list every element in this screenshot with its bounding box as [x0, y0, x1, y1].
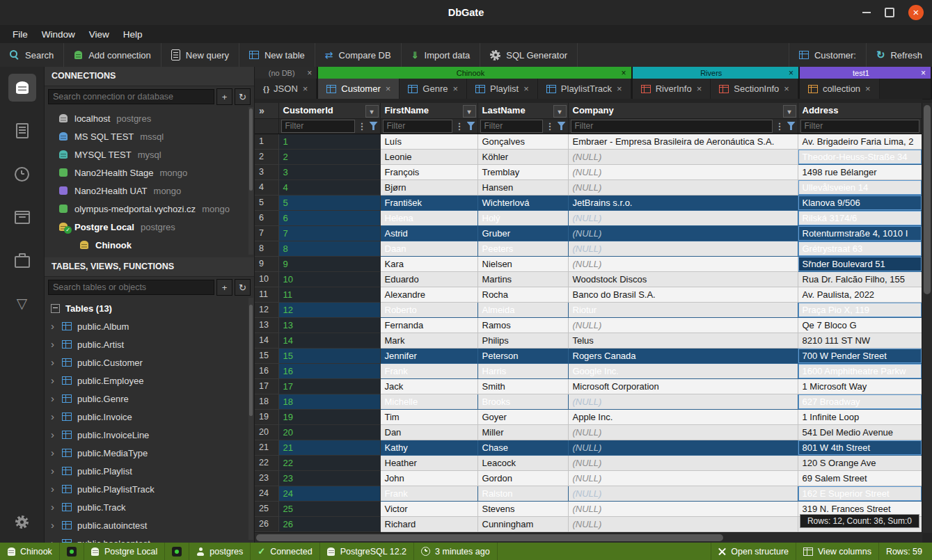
- firstname-cell[interactable]: Leonie: [380, 149, 477, 164]
- column-dropdown-icon[interactable]: [783, 105, 796, 118]
- chevron-right-icon[interactable]: [51, 502, 56, 513]
- firstname-cell[interactable]: Mark: [380, 333, 477, 348]
- address-cell[interactable]: Grétrystraat 63: [798, 241, 922, 256]
- table-item[interactable]: public.autoinctest: [45, 516, 254, 534]
- sidebar-icon-filters[interactable]: [8, 289, 36, 317]
- filter-menu-icon[interactable]: [455, 121, 464, 131]
- toolbar-current-table-label[interactable]: Customer:: [789, 43, 866, 67]
- column-header-lastname[interactable]: LastName: [477, 103, 568, 118]
- customerid-cell[interactable]: 1: [278, 134, 380, 149]
- company-cell[interactable]: Google Inc.: [568, 363, 798, 378]
- firstname-cell[interactable]: Fernanda: [380, 317, 477, 333]
- tab-close-icon[interactable]: [523, 83, 529, 94]
- company-cell[interactable]: JetBrains s.r.o.: [568, 195, 798, 210]
- group-close-icon[interactable]: [622, 68, 626, 78]
- firstname-cell[interactable]: Astrid: [380, 225, 477, 241]
- grid-horizontal-scrollbar[interactable]: [255, 532, 922, 543]
- firstname-cell[interactable]: Kara: [380, 256, 477, 271]
- menu-item-file[interactable]: File: [6, 27, 35, 42]
- address-cell[interactable]: 1 Microsoft Way: [798, 378, 922, 394]
- table-item[interactable]: public.Artist: [45, 335, 254, 353]
- firstname-cell[interactable]: Bjørn: [380, 179, 477, 195]
- customerid-cell[interactable]: 8: [278, 241, 380, 256]
- lastname-cell[interactable]: Chase: [477, 440, 568, 455]
- status-connection-label[interactable]: Postgre Local: [84, 543, 165, 560]
- lastname-cell[interactable]: Smith: [477, 378, 568, 394]
- add-connection-small-button[interactable]: +: [216, 88, 232, 105]
- company-cell[interactable]: (NULL): [568, 256, 798, 271]
- chevron-right-icon[interactable]: [51, 429, 56, 440]
- group-close-icon[interactable]: [921, 68, 926, 78]
- sidebar-icon-files[interactable]: [8, 117, 36, 145]
- column-dropdown-icon[interactable]: [553, 105, 567, 118]
- firstname-cell[interactable]: Victor: [380, 501, 477, 516]
- customerid-cell[interactable]: 9: [278, 256, 380, 271]
- refresh-connections-button[interactable]: ↻: [235, 88, 251, 105]
- connection-item[interactable]: Nano2Health UAT mongo: [45, 182, 254, 200]
- company-cell[interactable]: (NULL): [568, 394, 798, 409]
- status-view-columns-button[interactable]: View columns: [796, 543, 879, 560]
- company-cell[interactable]: (NULL): [568, 179, 798, 195]
- row-number-cell[interactable]: 7: [255, 225, 278, 241]
- toolbar-new-query-button[interactable]: New query: [161, 43, 239, 67]
- tab-genre[interactable]: Genre: [400, 79, 467, 99]
- filter-funnel-icon[interactable]: [558, 122, 566, 130]
- tab-playlisttrack[interactable]: PlaylistTrack: [538, 79, 631, 99]
- lastname-cell[interactable]: Wichterlová: [477, 195, 568, 210]
- toolbar-add-connection-button[interactable]: Add connection: [64, 43, 161, 67]
- scrollbar-thumb[interactable]: [924, 105, 931, 294]
- customerid-cell[interactable]: 2: [278, 149, 380, 164]
- address-cell[interactable]: Av. Brigadeiro Faria Lima, 2: [798, 134, 922, 149]
- row-number-cell[interactable]: 20: [255, 424, 278, 440]
- row-number-cell[interactable]: 18: [255, 394, 278, 409]
- firstname-cell[interactable]: Eduardo: [380, 271, 477, 287]
- company-cell[interactable]: (NULL): [568, 225, 798, 241]
- row-number-cell[interactable]: 15: [255, 348, 278, 363]
- lastname-cell[interactable]: Nielsen: [477, 256, 568, 271]
- address-cell[interactable]: Qe 7 Bloco G: [798, 317, 922, 333]
- menu-item-help[interactable]: Help: [116, 27, 150, 42]
- scrollbar-thumb[interactable]: [249, 109, 253, 191]
- tab-group-header-nodb[interactable]: (no DB): [255, 67, 317, 79]
- row-number-cell[interactable]: 12: [255, 302, 278, 317]
- status-open-structure-button[interactable]: Open structure: [711, 543, 796, 560]
- address-cell[interactable]: 1 Infinite Loop: [798, 409, 922, 424]
- sidebar-icon-archive[interactable]: [8, 203, 36, 231]
- customerid-cell[interactable]: 17: [278, 378, 380, 394]
- column-header-address[interactable]: Address: [798, 103, 922, 118]
- tables-search-input[interactable]: [48, 280, 214, 295]
- customerid-cell[interactable]: 24: [278, 486, 380, 501]
- tab-close-icon[interactable]: [617, 83, 622, 94]
- tab-customer[interactable]: Customer: [318, 79, 400, 99]
- row-number-cell[interactable]: 10: [255, 271, 278, 287]
- row-number-cell[interactable]: 25: [255, 501, 278, 516]
- row-number-cell[interactable]: 4: [255, 179, 278, 195]
- tab-close-icon[interactable]: [386, 83, 391, 94]
- connections-scrollbar[interactable]: [248, 107, 253, 255]
- lastname-cell[interactable]: Hansen: [477, 179, 568, 195]
- customerid-cell[interactable]: 16: [278, 363, 380, 378]
- filter-input[interactable]: [383, 120, 452, 133]
- add-table-button[interactable]: +: [216, 279, 232, 296]
- company-cell[interactable]: (NULL): [568, 210, 798, 225]
- lastname-cell[interactable]: Gordon: [477, 470, 568, 486]
- row-number-cell[interactable]: 6: [255, 210, 278, 225]
- row-number-cell[interactable]: 13: [255, 317, 278, 333]
- connections-search-input[interactable]: [48, 89, 214, 104]
- toolbar-compare-db-button[interactable]: Compare DB: [315, 43, 402, 67]
- status-database-label[interactable]: Chinook: [0, 543, 60, 560]
- group-close-icon[interactable]: [307, 68, 312, 78]
- grid-corner-cell[interactable]: [255, 103, 278, 118]
- connection-item[interactable]: Chinook: [45, 236, 254, 254]
- lastname-cell[interactable]: Miller: [477, 424, 568, 440]
- company-cell[interactable]: Embraer - Empresa Brasileira de Aeronáut…: [568, 134, 798, 149]
- chevron-right-icon[interactable]: [51, 538, 56, 543]
- table-item[interactable]: public.Genre: [45, 390, 254, 408]
- customerid-cell[interactable]: 5: [278, 195, 380, 210]
- customerid-cell[interactable]: 7: [278, 225, 380, 241]
- lastname-cell[interactable]: Martins: [477, 271, 568, 287]
- tab-riverinfo[interactable]: RiverInfo: [633, 79, 711, 99]
- address-cell[interactable]: 1600 Amphitheatre Parkw: [798, 363, 922, 378]
- address-cell[interactable]: Rilská 3174/6: [798, 210, 922, 225]
- chevron-right-icon[interactable]: [51, 375, 56, 386]
